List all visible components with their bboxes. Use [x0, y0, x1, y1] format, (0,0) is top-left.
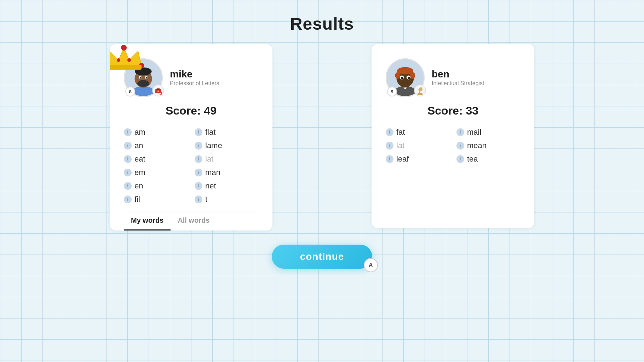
svg-point-36	[401, 77, 403, 79]
player2-words-grid: i fat i mail i lat i mean i leaf i tea	[386, 126, 520, 165]
info-icon-mean[interactable]: i	[456, 142, 464, 150]
info-icon-am[interactable]: i	[124, 128, 132, 136]
info-icon-en[interactable]: i	[124, 182, 132, 190]
info-icon-man[interactable]: i	[195, 169, 202, 176]
info-icon-an[interactable]: i	[124, 142, 132, 150]
player1-subtitle: Professor of Letters	[170, 80, 219, 87]
word-am: i am	[124, 126, 188, 138]
player1-card: 8 mike Professor of Letters	[110, 44, 272, 230]
player2-avatar-wrap: 9	[386, 58, 425, 97]
word-an: i an	[124, 140, 188, 152]
svg-point-18	[140, 77, 142, 79]
player2-subtitle: Intellectual Strategist	[432, 80, 484, 87]
info-icon-lame[interactable]: i	[195, 142, 202, 150]
player1-header: 8 mike Professor of Letters	[124, 58, 258, 97]
word-flat: i flat	[195, 126, 258, 138]
player1-avatar-wrap: 8	[124, 58, 163, 97]
word-fil: i fil	[124, 193, 188, 205]
svg-rect-22	[156, 88, 160, 90]
svg-point-7	[117, 58, 120, 62]
info-icon-fil[interactable]: i	[124, 195, 132, 203]
info-icon-net[interactable]: i	[195, 182, 202, 190]
tab-my-words[interactable]: My words	[124, 211, 171, 230]
info-icon-em[interactable]: i	[124, 169, 132, 176]
continue-label: continue	[300, 251, 344, 262]
info-icon-tea[interactable]: i	[456, 155, 464, 163]
word-man: i man	[195, 167, 258, 179]
info-icon-mail[interactable]: i	[456, 128, 464, 136]
page-title: Results	[290, 14, 354, 34]
a-controller-badge: A	[364, 258, 378, 272]
player1-score: Score: 49	[124, 104, 258, 117]
word-tea: i tea	[456, 153, 520, 165]
player1-title-badge	[152, 84, 164, 97]
svg-point-19	[146, 77, 148, 79]
svg-point-5	[121, 45, 127, 51]
player2-header: 9 ben Intellectual Strategist	[386, 58, 520, 97]
player1-info: mike Professor of Letters	[170, 69, 219, 87]
word-fat: i fat	[386, 126, 449, 138]
word-lat-ben: i lat	[386, 140, 449, 152]
player2-level: 9	[387, 87, 397, 97]
info-icon-lat-mike[interactable]: i	[195, 155, 202, 163]
info-icon-leaf[interactable]: i	[386, 155, 393, 163]
word-net: i net	[195, 180, 258, 192]
player2-title-badge	[414, 84, 426, 97]
info-icon-fat[interactable]: i	[386, 128, 393, 136]
svg-point-33	[410, 72, 415, 79]
word-lat-mike: i lat	[195, 153, 258, 165]
svg-point-32	[395, 72, 401, 79]
cards-container: 8 mike Professor of Letters	[110, 44, 534, 230]
continue-button[interactable]: continue A	[272, 245, 373, 269]
player2-card: 9 ben Intellectual Strategist	[372, 44, 534, 228]
svg-point-37	[408, 77, 410, 79]
word-leaf: i leaf	[386, 153, 449, 165]
player1-level: 8	[125, 87, 135, 97]
svg-rect-40	[418, 93, 422, 94]
player2-name: ben	[432, 69, 484, 80]
info-icon-flat[interactable]: i	[195, 128, 202, 136]
word-t: i t	[195, 193, 258, 205]
svg-point-15	[137, 80, 149, 87]
player1-name: mike	[170, 69, 219, 80]
word-mail: i mail	[456, 126, 520, 138]
word-eat: i eat	[124, 153, 188, 165]
info-icon-lat-ben[interactable]: i	[386, 142, 393, 150]
player1-words-grid: i am i flat i an i lame i eat i lat	[124, 126, 258, 205]
svg-point-14	[135, 68, 151, 76]
word-mean: i mean	[456, 140, 520, 152]
tab-all-words[interactable]: All words	[171, 211, 217, 230]
player2-score: Score: 33	[386, 104, 520, 117]
player2-info: ben Intellectual Strategist	[432, 69, 484, 87]
player1-tabs: My words All words	[124, 211, 258, 230]
info-icon-eat[interactable]: i	[124, 155, 132, 163]
word-em: i em	[124, 167, 188, 179]
word-lame: i lame	[195, 140, 258, 152]
info-icon-t[interactable]: i	[195, 195, 202, 203]
word-en: i en	[124, 180, 188, 192]
svg-point-23	[157, 90, 159, 92]
